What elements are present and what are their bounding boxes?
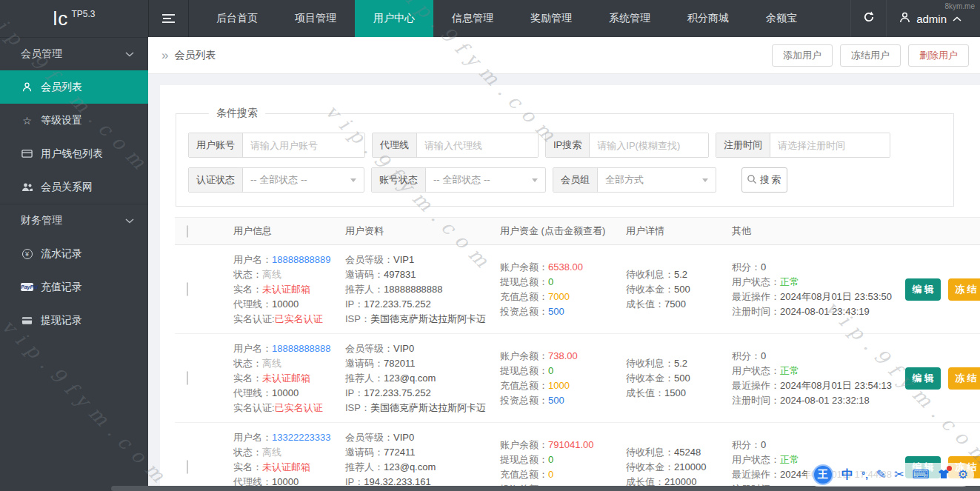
- field-label: 待收利息：: [626, 447, 674, 458]
- row-checkbox[interactable]: [187, 460, 188, 474]
- username-value[interactable]: 13322223333: [272, 432, 331, 443]
- edit-button[interactable]: 编辑: [905, 278, 941, 301]
- username-value[interactable]: 18888888889: [272, 254, 331, 265]
- field-label: 最近操作：: [732, 291, 780, 302]
- ime-language-icon[interactable]: 中: [841, 469, 853, 481]
- nav-item-yuebao[interactable]: 余额宝: [747, 0, 816, 37]
- col-header-user-profile: 用户资料: [345, 224, 500, 238]
- horizontal-scrollbar-thumb[interactable]: [111, 486, 980, 491]
- freeze-button[interactable]: 冻结: [948, 367, 980, 390]
- field-label: 提现总额：: [500, 365, 548, 376]
- sidebar-item-level-settings[interactable]: ☆ 等级设置: [0, 104, 148, 137]
- sidebar-item-transaction-log[interactable]: ¥ 流水记录: [0, 237, 148, 270]
- search-panel: 条件搜索 用户账号 代理线 IP搜索 注册时间: [176, 107, 954, 207]
- growth-value: 1500: [664, 387, 686, 398]
- register-time-input[interactable]: [770, 133, 890, 157]
- user-status-value: 正常: [780, 276, 799, 287]
- star-icon: ☆: [21, 115, 33, 127]
- recharge-total-value[interactable]: 1000: [548, 380, 570, 391]
- ime-settings-icon[interactable]: ⚙: [958, 469, 968, 481]
- username-value[interactable]: 18888888888: [272, 343, 331, 354]
- referrer-value: 123@q.com: [384, 461, 436, 472]
- sidebar-group-members[interactable]: 会员管理: [0, 37, 148, 70]
- ip-search-input[interactable]: [590, 133, 708, 157]
- invest-total-value[interactable]: 500: [548, 306, 564, 317]
- field-label: 提现总额：: [500, 276, 548, 287]
- search-button[interactable]: 搜索: [741, 167, 787, 193]
- balance-value[interactable]: 738.00: [548, 350, 578, 361]
- agent-line-input[interactable]: [417, 133, 539, 157]
- auth-status-value: -- 全部状态 --: [250, 173, 307, 187]
- isp-value: 美国德克萨斯达拉斯阿卡迈: [370, 402, 486, 413]
- invest-total-value[interactable]: 500: [548, 395, 564, 406]
- agent-line-value: 10000: [272, 298, 299, 310]
- register-time-value: 2024-08-01 23:43:19: [780, 306, 870, 317]
- search-icon: [747, 174, 757, 187]
- edit-button[interactable]: 编辑: [905, 367, 941, 390]
- menu-toggle-icon[interactable]: [148, 0, 189, 37]
- dropdown-caret-icon: [350, 178, 356, 182]
- recharge-total-value[interactable]: 7000: [548, 291, 570, 302]
- member-group-select[interactable]: 全部方式: [598, 168, 716, 192]
- pending-interest-value: 45248: [674, 447, 701, 458]
- user-icon: [21, 81, 33, 93]
- ime-punctuation-icon[interactable]: °,: [861, 470, 868, 480]
- recharge-total-value[interactable]: 0: [548, 469, 553, 480]
- member-group-select-group: 会员组 全部方式: [553, 167, 716, 193]
- withdraw-total-value[interactable]: 0: [548, 454, 553, 465]
- balance-value[interactable]: 6538.00: [548, 261, 583, 273]
- field-label: 推荐人：: [345, 373, 384, 384]
- add-user-button[interactable]: 添加用户: [772, 44, 833, 67]
- field-label: ISP：: [345, 313, 370, 324]
- ime-pen-icon[interactable]: ✎: [876, 469, 886, 481]
- nav-item-info[interactable]: 信息管理: [433, 0, 512, 37]
- ime-logo-icon[interactable]: 王: [813, 464, 833, 485]
- sidebar-item-recharge-log[interactable]: PayPal 充值记录: [0, 270, 148, 304]
- paypal-icon: PayPal: [21, 283, 33, 291]
- col-header-other: 其他: [732, 224, 896, 238]
- freeze-user-button[interactable]: 冻结用户: [840, 44, 901, 67]
- field-label: 积分：: [732, 439, 761, 450]
- row-checkbox[interactable]: [187, 371, 188, 385]
- balance-value[interactable]: 791041.00: [548, 439, 593, 450]
- ime-keyboard-icon[interactable]: ⌨: [913, 469, 930, 481]
- account-status-select[interactable]: -- 全部状态 --: [426, 168, 545, 192]
- withdraw-total-value[interactable]: 0: [548, 365, 553, 376]
- field-label: 提现总额：: [500, 454, 548, 465]
- user-status-value: 正常: [780, 365, 799, 376]
- nav-item-projects[interactable]: 项目管理: [276, 0, 355, 37]
- freeze-button[interactable]: 冻结: [948, 278, 980, 301]
- ip-search-field-label: IP搜索: [546, 133, 590, 157]
- field-label: 代理线：: [233, 387, 272, 398]
- nav-item-dashboard[interactable]: 后台首页: [198, 0, 276, 37]
- users-icon: [21, 182, 33, 192]
- sidebar-item-member-list[interactable]: 会员列表: [0, 70, 148, 104]
- auth-status-select[interactable]: -- 全部状态 --: [243, 168, 364, 192]
- admin-menu[interactable]: admin: [886, 0, 980, 37]
- ime-scissors-icon[interactable]: ✂: [894, 469, 904, 481]
- field-label: 待收本金：: [626, 461, 674, 472]
- chevron-down-icon: [124, 48, 135, 60]
- field-label: 最近操作：: [732, 380, 780, 391]
- sidebar-group-finance[interactable]: 财务管理: [0, 204, 148, 237]
- sidebar-item-label: 等级设置: [41, 114, 82, 127]
- row-checkbox[interactable]: [187, 282, 188, 296]
- sidebar-item-withdraw-log[interactable]: 提现记录: [0, 304, 148, 337]
- refresh-button[interactable]: [850, 0, 886, 37]
- sidebar-item-member-network[interactable]: 会员关系网: [0, 170, 148, 204]
- nav-item-user-center[interactable]: 用户中心: [355, 0, 433, 37]
- online-status-value: 离线: [262, 358, 281, 369]
- nav-item-rewards[interactable]: 奖励管理: [512, 0, 590, 37]
- ime-skin-icon[interactable]: [938, 469, 950, 481]
- sidebar-item-user-wallets[interactable]: 用户钱包列表: [0, 137, 148, 170]
- sidebar-group-label: 财务管理: [21, 214, 62, 227]
- select-all-checkbox[interactable]: [187, 225, 188, 238]
- withdraw-total-value[interactable]: 0: [548, 276, 553, 287]
- delete-user-button[interactable]: 删除用户: [908, 44, 969, 67]
- nav-item-points-mall[interactable]: 积分商城: [669, 0, 747, 37]
- realname-status-value: 未认证邮箱: [262, 373, 310, 384]
- pending-interest-value: 5.2: [674, 269, 687, 280]
- account-status-value: -- 全部状态 --: [433, 173, 490, 187]
- username-input[interactable]: [243, 133, 365, 157]
- nav-item-system[interactable]: 系统管理: [590, 0, 669, 37]
